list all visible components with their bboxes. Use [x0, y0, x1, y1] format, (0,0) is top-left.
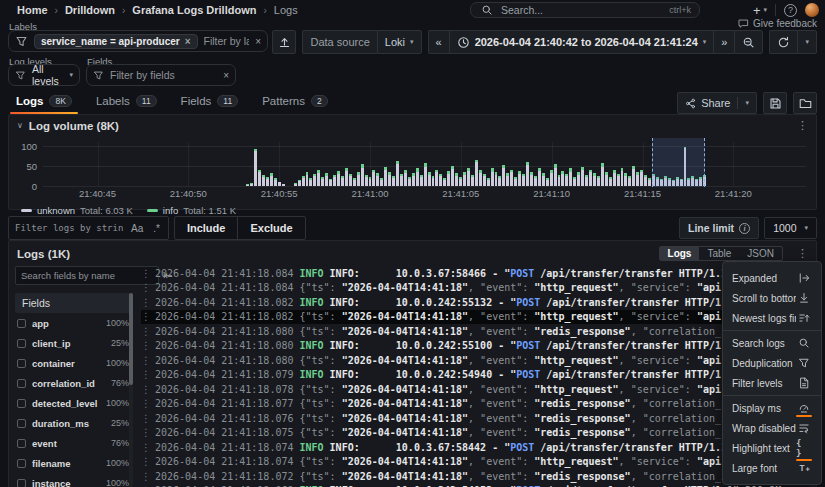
breadcrumb-item-logs[interactable]: Logs: [274, 4, 298, 16]
log-row-menu-icon[interactable]: ⋮: [141, 297, 151, 308]
log-row[interactable]: ⋮2026-04-04 21:41:18.080INFO INFO: 10.0.…: [141, 339, 816, 354]
menu-item-wrap-disabled[interactable]: Wrap disabled: [723, 418, 821, 438]
log-row-menu-icon[interactable]: ⋮: [141, 471, 151, 482]
log-volume-chart[interactable]: 050100: [43, 142, 806, 186]
line-filter-box[interactable]: Aa .*: [8, 216, 169, 240]
log-row-menu-icon[interactable]: ⋮: [141, 282, 151, 293]
breadcrumb-item-drilldown[interactable]: Drilldown: [65, 4, 115, 16]
view-mode-json[interactable]: JSON: [739, 247, 782, 260]
log-row-menu-icon[interactable]: ⋮: [141, 442, 151, 453]
field-item-filename[interactable]: filename100%: [15, 453, 133, 473]
field-item-instance[interactable]: instance100%: [15, 473, 133, 487]
log-row[interactable]: ⋮2026-04-04 21:41:18.076{"ts": "2026-04-…: [141, 411, 816, 426]
field-item-duration_ms[interactable]: duration_ms25%: [15, 413, 133, 433]
fields-filter-bar[interactable]: ×: [86, 64, 236, 86]
field-item-app[interactable]: app100%: [15, 313, 133, 333]
tab-logs[interactable]: Logs8K: [8, 91, 80, 114]
log-row-menu-icon[interactable]: ⋮: [141, 456, 151, 467]
menu-item-deduplication[interactable]: Deduplication: [723, 353, 821, 373]
field-item-detected_level[interactable]: detected_level100%: [15, 393, 133, 413]
menu-item-search-logs[interactable]: Search logs: [723, 333, 821, 353]
field-checkbox[interactable]: [17, 439, 26, 448]
field-item-client_ip[interactable]: client_ip25%: [15, 333, 133, 353]
field-checkbox[interactable]: [17, 359, 26, 368]
panel-menu-icon[interactable]: ⋮: [797, 119, 808, 132]
help-icon[interactable]: ?: [784, 4, 797, 17]
include-button[interactable]: Include: [175, 217, 238, 239]
legend-item-unknown[interactable]: unknownTotal: 6.03 K: [21, 205, 133, 216]
log-row[interactable]: ⋮2026-04-04 21:41:18.082INFO INFO: 10.0.…: [141, 295, 816, 310]
field-checkbox[interactable]: [17, 459, 26, 468]
chart-time-selection[interactable]: [652, 138, 706, 187]
refresh-button[interactable]: [769, 30, 797, 54]
log-row[interactable]: ⋮2026-04-04 21:41:18.075{"ts": "2026-04-…: [141, 426, 816, 441]
exclude-button[interactable]: Exclude: [237, 217, 304, 239]
log-row-menu-icon[interactable]: ⋮: [141, 369, 151, 380]
fields-scrollbar-thumb[interactable]: [129, 293, 133, 385]
remove-chip-icon[interactable]: ×: [185, 36, 191, 47]
add-button[interactable]: +▾: [753, 3, 767, 18]
log-row-menu-icon[interactable]: ⋮: [141, 311, 151, 322]
log-row[interactable]: ⋮2026-04-04 21:41:18.072{"ts": "2026-04-…: [141, 469, 816, 484]
case-sensitive-toggle[interactable]: Aa: [129, 223, 145, 234]
log-row[interactable]: ⋮2026-04-04 21:41:18.082{"ts": "2026-04-…: [141, 310, 816, 325]
field-item-container[interactable]: container100%: [15, 353, 133, 373]
log-row-menu-icon[interactable]: ⋮: [141, 427, 151, 438]
log-row[interactable]: ⋮2026-04-04 21:41:18.074INFO INFO: 10.0.…: [141, 440, 816, 455]
log-levels-select[interactable]: All levels ▾: [8, 64, 80, 86]
search-fields-input[interactable]: [15, 266, 159, 285]
give-feedback-link[interactable]: Give feedback: [738, 18, 817, 29]
field-checkbox[interactable]: [17, 339, 26, 348]
log-row-menu-icon[interactable]: ⋮: [141, 413, 151, 424]
clear-fields-icon[interactable]: ×: [223, 70, 229, 81]
info-icon[interactable]: i: [739, 223, 750, 234]
save-button[interactable]: [763, 92, 787, 114]
view-mode-logs[interactable]: Logs: [660, 247, 700, 260]
labels-filter-bar[interactable]: service_name = api-producer × ×: [8, 30, 268, 52]
log-row-menu-icon[interactable]: ⋮: [141, 268, 151, 279]
log-row-menu-icon[interactable]: ⋮: [141, 326, 151, 337]
log-row[interactable]: ⋮2026-04-04 21:41:18.079INFO INFO: 10.0.…: [141, 368, 816, 383]
log-row[interactable]: ⋮2026-04-04 21:41:18.074{"ts": "2026-04-…: [141, 455, 816, 470]
log-row[interactable]: ⋮2026-04-04 21:41:18.077{"ts": "2026-04-…: [141, 397, 816, 412]
avatar[interactable]: [805, 3, 819, 17]
fields-filter-input[interactable]: [110, 69, 217, 81]
export-button[interactable]: [272, 30, 296, 54]
field-checkbox[interactable]: [17, 479, 26, 487]
menu-item-expanded[interactable]: Expanded: [723, 268, 821, 288]
field-item-correlation_id[interactable]: correlation_id76%: [15, 373, 133, 393]
field-checkbox[interactable]: [17, 419, 26, 428]
log-row-menu-icon[interactable]: ⋮: [141, 398, 151, 409]
global-search[interactable]: Search... ctrl+k: [470, 2, 700, 18]
time-shift-forward-button[interactable]: »: [713, 30, 734, 54]
menu-item-scroll-to-bottom[interactable]: Scroll to bottom: [723, 288, 821, 308]
log-row[interactable]: ⋮2026-04-04 21:41:18.084INFO INFO: 10.0.…: [141, 266, 816, 281]
view-mode-table[interactable]: Table: [699, 247, 739, 260]
log-row[interactable]: ⋮2026-04-04 21:41:18.080{"ts": "2026-04-…: [141, 324, 816, 339]
refresh-interval-button[interactable]: ▾: [797, 30, 817, 54]
breadcrumb-item-home[interactable]: Home: [17, 4, 48, 16]
tab-patterns[interactable]: Patterns2: [254, 91, 336, 114]
legend-item-info[interactable]: infoTotal: 1.51 K: [147, 205, 236, 216]
tab-labels[interactable]: Labels11: [88, 91, 165, 114]
menu-item-large-font[interactable]: Large fontT: [723, 458, 821, 478]
share-button[interactable]: Share ▾: [677, 92, 757, 114]
time-range-button[interactable]: 2026-04-04 21:40:42 to 2026-04-04 21:41:…: [449, 30, 714, 54]
line-filter-input[interactable]: [15, 223, 123, 233]
field-checkbox[interactable]: [17, 319, 26, 328]
time-shift-back-button[interactable]: «: [428, 30, 449, 54]
log-row-menu-icon[interactable]: ⋮: [141, 355, 151, 366]
fields-scrollbar[interactable]: [129, 293, 133, 487]
line-limit-select[interactable]: 1000 ▾: [764, 217, 817, 239]
log-row-menu-icon[interactable]: ⋮: [141, 384, 151, 395]
field-checkbox[interactable]: [17, 399, 26, 408]
fields-section-header[interactable]: Fields: [15, 293, 133, 313]
logs-panel-menu-icon[interactable]: ⋮: [797, 247, 808, 260]
log-row[interactable]: ⋮2026-04-04 21:41:18.078{"ts": "2026-04-…: [141, 382, 816, 397]
field-checkbox[interactable]: [17, 379, 26, 388]
menu-item-highlight-text[interactable]: Highlight text{ }: [723, 438, 821, 458]
menu-item-newest-logs-first[interactable]: Newest logs first: [723, 308, 821, 328]
menu-item-display-ms[interactable]: Display msms: [723, 398, 821, 418]
field-item-event[interactable]: event76%: [15, 433, 133, 453]
log-row-menu-icon[interactable]: ⋮: [141, 340, 151, 351]
